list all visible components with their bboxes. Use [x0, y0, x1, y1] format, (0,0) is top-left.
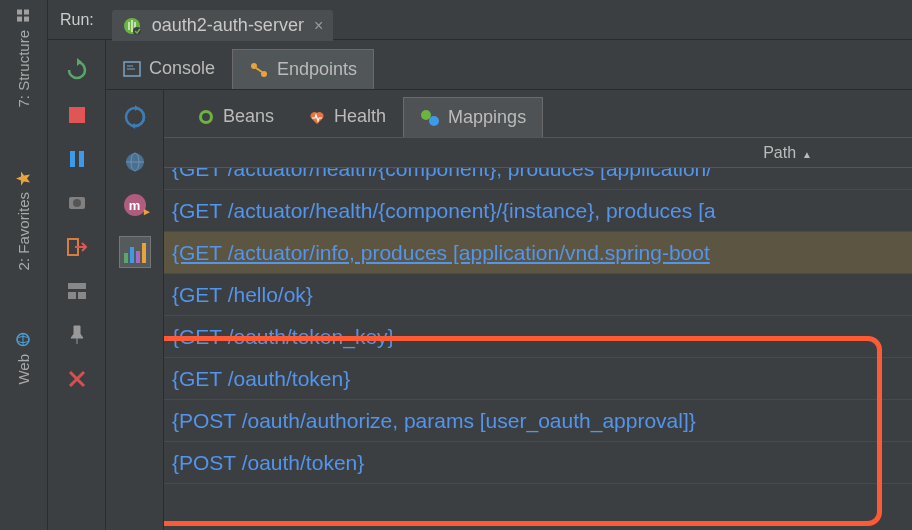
layout-icon[interactable] — [66, 280, 88, 302]
method-m-icon[interactable]: m▸ — [124, 194, 146, 216]
health-tab[interactable]: Health — [291, 96, 403, 137]
close-tab-icon[interactable]: × — [314, 17, 323, 35]
endpoints-tab[interactable]: Endpoints — [232, 49, 374, 89]
endpoints-type-tabs: Beans Health Mappings — [164, 90, 912, 138]
path-column-header[interactable]: Path▲ — [763, 144, 812, 162]
mapping-row[interactable]: {POST /oauth/token} — [164, 442, 912, 484]
health-icon — [308, 108, 326, 126]
mapping-row[interactable]: {GET /actuator/health/{component}, produ… — [164, 168, 912, 190]
pin-icon[interactable] — [66, 324, 88, 346]
svg-rect-18 — [68, 292, 76, 299]
svg-marker-27 — [135, 105, 139, 111]
mapping-row[interactable]: {GET /actuator/health/{component}/{insta… — [164, 190, 912, 232]
endpoints-sidebar: m▸ — [106, 90, 164, 530]
web-label: Web — [15, 354, 32, 385]
spring-boot-icon — [122, 16, 142, 36]
mappings-icon — [420, 109, 440, 127]
svg-rect-2 — [25, 17, 30, 22]
svg-point-34 — [429, 116, 439, 126]
endpoints-tab-label: Endpoints — [277, 59, 357, 80]
analytics-icon[interactable] — [119, 236, 151, 268]
beans-tab[interactable]: Beans — [180, 96, 291, 137]
console-tab-label: Console — [149, 58, 215, 79]
svg-marker-4 — [17, 171, 31, 185]
svg-rect-3 — [25, 10, 30, 15]
svg-rect-12 — [70, 151, 75, 167]
svg-rect-11 — [69, 107, 85, 123]
rerun-icon[interactable] — [65, 58, 89, 82]
web-icon — [16, 332, 32, 348]
mappings-tab[interactable]: Mappings — [403, 97, 543, 137]
svg-rect-13 — [79, 151, 84, 167]
mapping-row[interactable]: {POST /oauth/authorize, params [user_oau… — [164, 400, 912, 442]
tool-window-strip: 7: Structure 2: Favorites Web — [0, 0, 48, 530]
svg-point-15 — [73, 199, 81, 207]
sort-asc-icon: ▲ — [802, 149, 812, 160]
svg-marker-28 — [131, 123, 135, 129]
beans-tab-label: Beans — [223, 106, 274, 127]
stop-icon[interactable] — [66, 104, 88, 126]
web-tool-tab[interactable]: Web — [15, 332, 32, 385]
mapping-row[interactable]: {GET /oauth/token} — [164, 358, 912, 400]
run-titlebar: Run: oauth2-auth-server × — [48, 0, 912, 40]
svg-point-33 — [421, 110, 431, 120]
mappings-rows: {GET /actuator/health/{component}, produ… — [164, 168, 912, 530]
dump-threads-icon[interactable] — [66, 192, 88, 214]
run-config-label: oauth2-auth-server — [152, 15, 304, 36]
exit-icon[interactable] — [66, 236, 88, 258]
run-config-tab[interactable]: oauth2-auth-server × — [112, 10, 333, 41]
structure-label: 7: Structure — [15, 30, 32, 108]
close-icon[interactable] — [66, 368, 88, 390]
favorites-label: 2: Favorites — [15, 192, 32, 270]
pause-icon[interactable] — [66, 148, 88, 170]
svg-rect-0 — [18, 17, 23, 22]
endpoints-icon — [249, 61, 269, 79]
console-icon — [123, 60, 141, 78]
svg-rect-17 — [68, 283, 86, 289]
grid-header[interactable]: Path▲ — [164, 138, 912, 168]
mapping-row[interactable]: {GET /hello/ok} — [164, 274, 912, 316]
run-subtabs: Console Endpoints — [106, 40, 912, 90]
favorites-tool-tab[interactable]: 2: Favorites — [15, 170, 32, 270]
mapping-row[interactable]: {GET /actuator/info, produces [applicati… — [164, 232, 912, 274]
console-tab[interactable]: Console — [106, 48, 232, 89]
svg-rect-19 — [78, 292, 86, 299]
mapping-row[interactable]: {GET /oauth/token_key} — [164, 316, 912, 358]
globe-icon[interactable] — [123, 150, 147, 174]
structure-tool-tab[interactable]: 7: Structure — [15, 8, 32, 108]
health-tab-label: Health — [334, 106, 386, 127]
mappings-tab-label: Mappings — [448, 107, 526, 128]
structure-icon — [16, 8, 32, 24]
run-actions-col — [48, 40, 106, 530]
svg-marker-10 — [77, 58, 82, 66]
svg-rect-1 — [18, 10, 23, 15]
star-icon — [16, 170, 32, 186]
run-label: Run: — [60, 11, 94, 29]
beans-icon — [197, 108, 215, 126]
refresh-icon[interactable] — [122, 104, 148, 130]
